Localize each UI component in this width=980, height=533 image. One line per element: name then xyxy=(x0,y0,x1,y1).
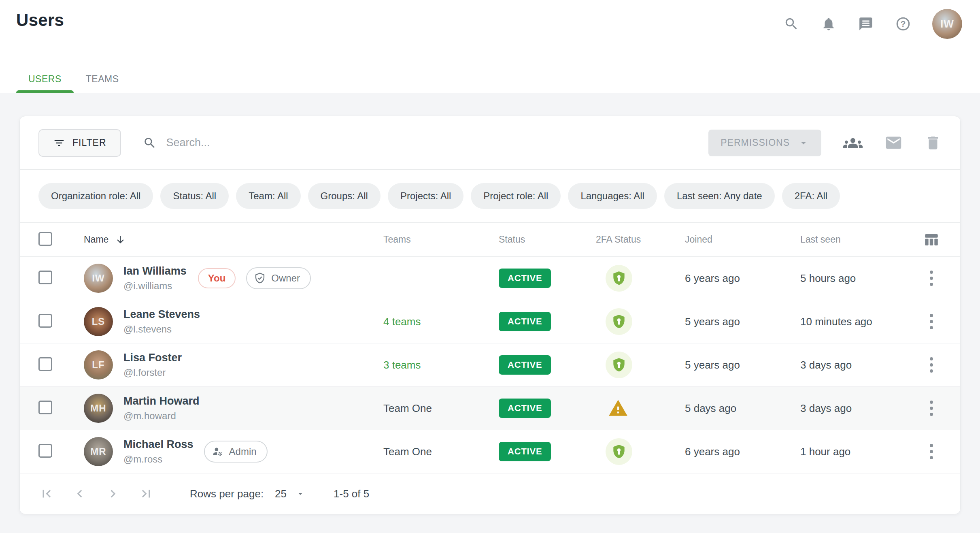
search-area xyxy=(143,136,709,150)
help-icon[interactable]: ? xyxy=(895,16,911,32)
joined-cell: 5 years ago xyxy=(685,359,800,371)
select-all-checkbox[interactable] xyxy=(38,232,52,246)
table-row[interactable]: LF Lisa Foster @l.forster 3 teams ACTIVE… xyxy=(20,343,960,387)
filter-button[interactable]: FILTER xyxy=(38,129,121,157)
last-seen-cell: 3 days ago xyxy=(800,402,919,415)
filter-chip-organization-role[interactable]: Organization role: All xyxy=(38,183,153,209)
last-seen-cell: 10 minutes ago xyxy=(800,316,919,328)
row-menu-button[interactable] xyxy=(927,397,936,419)
twofa-warning-icon xyxy=(608,398,685,418)
filter-icon xyxy=(53,137,65,149)
search-input[interactable] xyxy=(166,136,450,149)
rows-per-page-value: 25 xyxy=(275,488,287,500)
twofa-enabled-icon xyxy=(606,308,632,335)
status-badge: ACTIVE xyxy=(499,399,551,418)
avatar: LF xyxy=(84,350,113,379)
user-name: Leane Stevens xyxy=(123,308,200,321)
tabs: USERS TEAMS xyxy=(16,64,131,93)
tab-users[interactable]: USERS xyxy=(16,64,74,93)
filter-chip-languages[interactable]: Languages: All xyxy=(568,183,657,209)
shield-check-icon xyxy=(254,272,266,284)
row-menu-button[interactable] xyxy=(927,267,936,289)
filter-chip-project-role[interactable]: Project role: All xyxy=(471,183,561,209)
row-checkbox[interactable] xyxy=(38,314,52,328)
first-page-button[interactable] xyxy=(38,486,55,502)
last-page-button[interactable] xyxy=(138,486,154,502)
admin-badge: Admin xyxy=(204,441,268,463)
tab-teams[interactable]: TEAMS xyxy=(74,64,131,93)
filter-chip-team[interactable]: Team: All xyxy=(236,183,300,209)
filter-button-label: FILTER xyxy=(72,137,106,148)
permissions-button[interactable]: PERMISSIONS xyxy=(708,130,821,156)
row-menu-button[interactable] xyxy=(927,311,936,333)
user-username: @i.williams xyxy=(123,280,187,292)
column-header-last-seen: Last seen xyxy=(800,234,919,245)
column-header-name[interactable]: Name xyxy=(84,234,126,245)
email-users-button[interactable] xyxy=(884,134,903,152)
chevron-down-icon xyxy=(798,137,809,149)
user-username: @m.ross xyxy=(123,454,193,465)
last-seen-cell: 3 days ago xyxy=(800,359,919,371)
filter-chip-projects[interactable]: Projects: All xyxy=(388,183,463,209)
groups-icon xyxy=(843,133,863,153)
you-badge: You xyxy=(198,268,236,288)
previous-page-button[interactable] xyxy=(72,486,88,502)
user-username: @m.howard xyxy=(123,410,200,422)
avatar: LS xyxy=(84,307,113,336)
table-row[interactable]: MR Michael Ross @m.ross Admin Team One A… xyxy=(20,430,960,473)
last-seen-cell: 1 hour ago xyxy=(800,446,919,458)
filter-chip-2fa[interactable]: 2FA: All xyxy=(782,183,840,209)
twofa-enabled-icon xyxy=(606,438,632,465)
user-username: @l.forster xyxy=(123,367,182,378)
twofa-enabled-icon xyxy=(606,265,632,292)
svg-text:?: ? xyxy=(901,19,906,28)
table-row[interactable]: MH Martin Howard @m.howard Team One ACTI… xyxy=(20,387,960,430)
filter-chip-last-seen[interactable]: Last seen: Any date xyxy=(664,183,775,209)
topbar-actions: ? IW xyxy=(783,9,962,39)
row-checkbox[interactable] xyxy=(38,271,52,284)
row-menu-button[interactable] xyxy=(927,354,936,376)
filter-chip-groups[interactable]: Groups: All xyxy=(308,183,381,209)
joined-cell: 5 years ago xyxy=(685,316,800,328)
user-name: Ian Williams xyxy=(123,265,187,277)
columns-settings-button[interactable] xyxy=(923,231,940,248)
status-badge: ACTIVE xyxy=(499,442,551,461)
row-checkbox[interactable] xyxy=(38,444,52,458)
chat-icon[interactable] xyxy=(858,16,874,32)
caret-down-icon xyxy=(295,489,305,499)
admin-badge-label: Admin xyxy=(229,446,257,457)
notifications-icon[interactable] xyxy=(821,16,837,32)
page-range-label: 1-5 of 5 xyxy=(334,488,369,500)
table-row[interactable]: LS Leane Stevens @l.stevens 4 teams ACTI… xyxy=(20,300,960,343)
joined-cell: 6 years ago xyxy=(685,446,800,458)
joined-cell: 6 years ago xyxy=(685,272,800,285)
status-badge: ACTIVE xyxy=(499,269,551,288)
delete-users-button[interactable] xyxy=(925,134,942,151)
mail-icon xyxy=(884,134,903,152)
columns-icon xyxy=(923,231,940,248)
user-name: Michael Ross xyxy=(123,438,193,451)
bulk-actions: PERMISSIONS xyxy=(708,130,942,156)
user-name: Lisa Foster xyxy=(123,352,182,364)
add-to-team-button[interactable] xyxy=(843,133,863,153)
teams-cell: Team One xyxy=(383,446,432,458)
avatar: MR xyxy=(84,437,113,466)
teams-link[interactable]: 4 teams xyxy=(383,316,421,328)
filter-chip-status[interactable]: Status: All xyxy=(160,183,229,209)
user-name: Martin Howard xyxy=(123,395,200,407)
sort-desc-icon xyxy=(115,234,126,245)
column-header-joined: Joined xyxy=(685,234,800,245)
row-menu-button[interactable] xyxy=(927,441,936,463)
rows-per-page-select[interactable]: 25 xyxy=(275,488,305,500)
teams-link[interactable]: 3 teams xyxy=(383,359,421,371)
user-avatar[interactable]: IW xyxy=(932,9,962,39)
permissions-button-label: PERMISSIONS xyxy=(721,137,790,148)
row-checkbox[interactable] xyxy=(38,401,52,414)
pagination-nav xyxy=(38,486,154,502)
table-row[interactable]: IW Ian Williams @i.williams You Owner AC… xyxy=(20,257,960,300)
row-checkbox[interactable] xyxy=(38,357,52,371)
next-page-button[interactable] xyxy=(105,486,121,502)
chevron-right-icon xyxy=(105,486,121,501)
filter-chips-row: Organization role: All Status: All Team:… xyxy=(20,170,960,223)
search-icon[interactable] xyxy=(783,16,799,32)
